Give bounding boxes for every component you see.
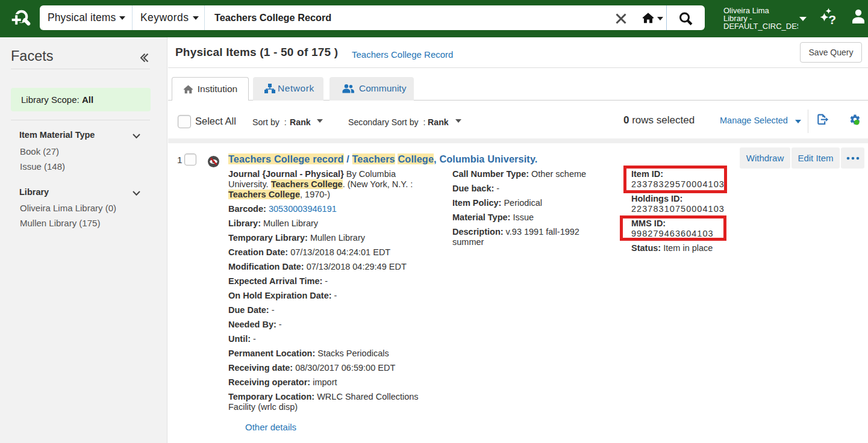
svg-text:?: ? — [828, 13, 836, 25]
